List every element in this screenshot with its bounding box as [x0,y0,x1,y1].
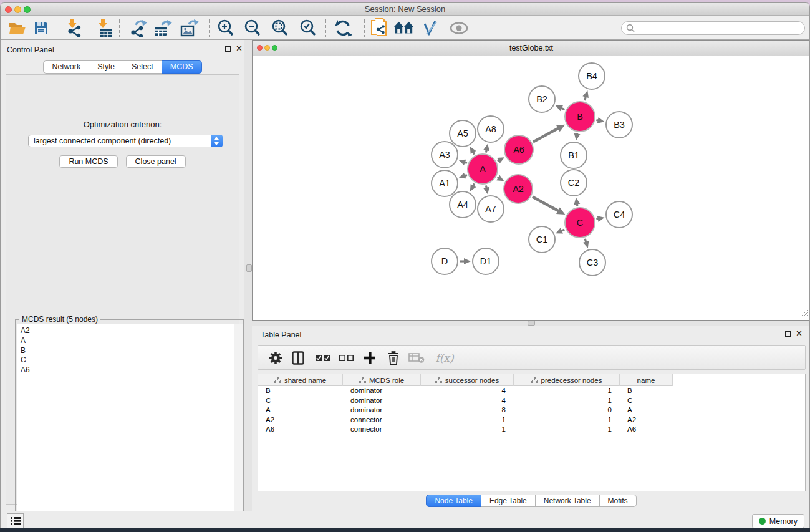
delete-table-icon[interactable] [407,348,427,368]
search-input[interactable] [635,24,791,32]
table-cell[interactable]: A6 [620,425,673,435]
column-header-name[interactable]: name [620,374,673,386]
graph-node-label: C2 [568,178,580,188]
zoom-in-icon[interactable] [216,18,236,38]
mcds-result-list[interactable]: A2ABCA6 [17,324,243,529]
table-cell[interactable]: 1 [514,386,620,396]
zoom-out-icon[interactable] [243,18,263,38]
table-cell[interactable]: A2 [258,415,343,425]
task-history-button[interactable] [7,513,24,528]
graph-node-label: C4 [614,210,625,220]
unselect-all-icon[interactable] [337,348,357,368]
table-cell[interactable]: A [620,405,673,415]
tab-edge-table[interactable]: Edge Table [481,495,536,507]
criterion-dropdown[interactable]: largest connected component (directed) [28,135,223,147]
result-list-item[interactable]: C [17,355,243,365]
export-image-icon[interactable] [180,18,200,38]
float-table-panel-icon[interactable] [785,331,791,337]
refresh-icon[interactable] [333,18,353,38]
save-icon[interactable] [31,18,51,38]
delete-row-icon[interactable] [383,348,403,368]
column-header-predecessor-nodes[interactable]: predecessor nodes [514,374,620,386]
table-row[interactable]: A2connector11A2 [258,415,805,425]
result-scrollbar[interactable] [234,324,243,529]
table-cell[interactable]: 1 [421,415,514,425]
zoom-fit-icon[interactable] [270,18,290,38]
result-list-item[interactable]: A2 [17,326,243,336]
network-document-icon[interactable] [369,18,389,38]
tab-network[interactable]: Network [43,60,89,74]
dropdown-stepper-icon [211,135,223,147]
table-cell[interactable]: B [258,386,343,396]
columns-icon[interactable] [288,348,308,368]
table-cell[interactable]: dominator [343,386,421,396]
table-cell[interactable]: A2 [620,415,673,425]
function-icon[interactable]: f(x) [432,348,458,368]
home-icon[interactable] [394,18,414,38]
table-panel: Table Panel ✕ [252,326,810,511]
tab-motifs[interactable]: Motifs [600,495,637,507]
table-cell[interactable]: dominator [343,396,421,406]
gear-icon[interactable] [266,348,286,368]
graph-node-label: C1 [536,235,548,244]
close-panel-icon[interactable]: ✕ [236,46,243,52]
import-table-icon[interactable] [95,18,115,38]
tab-style[interactable]: Style [89,60,123,74]
table-cell[interactable]: connector [343,415,421,425]
table-row[interactable]: Bdominator41B [258,386,805,396]
graph-edge[interactable] [585,97,586,100]
table-cell[interactable]: 4 [421,396,514,406]
eye-icon[interactable] [449,18,469,38]
tab-network-table[interactable]: Network Table [536,495,600,507]
mcds-result-title: MCDS result (5 nodes) [19,315,100,324]
table-row[interactable]: Cdominator41C [258,396,805,406]
network-canvas[interactable]: AA1A2A3A4A5A6A7A8BB1B2B3B4CC1C2C3C4DD1 [253,56,809,319]
table-cell[interactable]: 1 [514,425,620,435]
table-row[interactable]: Adominator80A [258,405,805,415]
table-cell[interactable]: dominator [343,405,421,415]
table-cell[interactable]: 1 [514,415,620,425]
tab-select[interactable]: Select [123,60,162,74]
table-cell[interactable]: B [620,386,673,396]
export-network-icon[interactable] [129,18,149,38]
export-table-icon[interactable] [153,18,173,38]
graph-edge[interactable] [533,196,559,211]
table-cell[interactable]: C [258,396,343,406]
table-cell[interactable]: connector [343,425,421,435]
search-field[interactable] [621,21,805,35]
resize-grip-icon[interactable] [801,307,809,319]
close-panel-button[interactable]: Close panel [126,155,186,168]
horizontal-splitter-handle[interactable] [528,321,535,326]
open-folder-icon[interactable] [7,18,27,38]
zoom-selected-icon[interactable] [298,18,318,38]
table-cell[interactable]: A6 [258,425,343,435]
column-header-shared-name[interactable]: shared name [258,374,343,386]
table-cell[interactable]: C [620,396,673,406]
close-table-panel-icon[interactable]: ✕ [796,331,803,337]
graph-edge[interactable] [533,128,559,142]
toggle-details-icon[interactable] [421,18,441,38]
table-cell[interactable]: 0 [514,405,620,415]
add-row-icon[interactable] [360,348,380,368]
tab-node-table[interactable]: Node Table [426,495,481,507]
column-header-successor-nodes[interactable]: successor nodes [421,374,514,386]
result-list-item[interactable]: B [17,346,243,356]
import-network-icon[interactable] [64,18,84,38]
memory-button[interactable]: Memory [752,514,804,528]
column-header-MCDS-role[interactable]: MCDS role [343,374,421,386]
table-cell[interactable]: 1 [421,425,514,435]
node-table[interactable]: shared nameMCDS rolesuccessor nodesprede… [258,374,806,491]
table-cell[interactable]: 8 [421,405,514,415]
table-cell[interactable]: A [258,405,343,415]
table-cell[interactable]: 1 [514,396,620,406]
table-cell[interactable]: 4 [421,386,514,396]
vertical-splitter-handle[interactable] [246,264,252,272]
select-all-icon[interactable] [313,348,333,368]
float-panel-icon[interactable] [225,46,231,52]
table-row[interactable]: A6connector11A6 [258,425,805,435]
result-list-item[interactable]: A6 [17,365,243,375]
result-list-item[interactable]: A [17,336,243,346]
graph-node-label: A3 [439,150,450,160]
run-mcds-button[interactable]: Run MCDS [59,155,117,168]
tab-mcds[interactable]: MCDS [162,60,202,74]
